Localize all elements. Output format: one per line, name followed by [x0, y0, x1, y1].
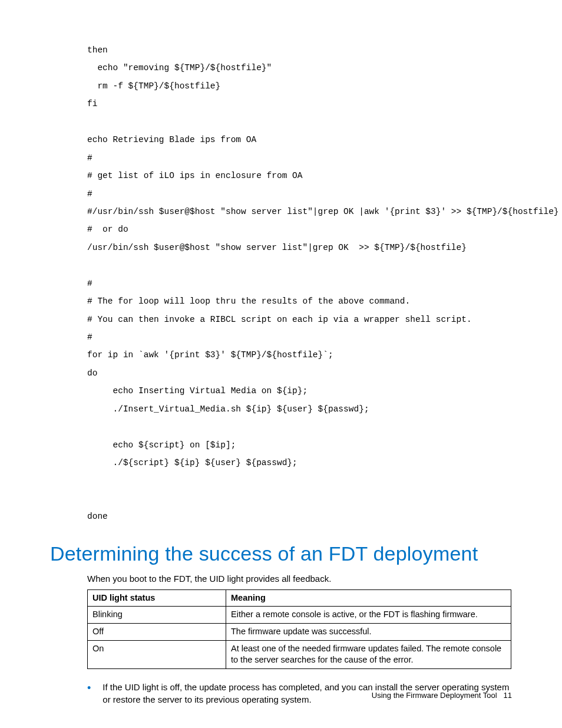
intro-paragraph: When you boot to the FDT, the UID light … — [87, 574, 512, 584]
section-heading: Determining the success of an FDT deploy… — [50, 542, 512, 565]
table-cell-status: Off — [88, 623, 226, 640]
table-header-row: UID light status Meaning — [88, 589, 511, 607]
table-cell-meaning: Either a remote console is active, or th… — [226, 607, 511, 624]
code-block: then echo "removing ${TMP}/${hostfile}" … — [87, 41, 512, 526]
footer-page-number: 11 — [504, 691, 512, 700]
table-row: OnAt least one of the needed firmware up… — [88, 640, 511, 668]
footer-section-title: Using the Firmware Deployment Tool — [372, 691, 497, 700]
table-cell-meaning: At least one of the needed firmware upda… — [226, 640, 511, 668]
table-row: BlinkingEither a remote console is activ… — [88, 607, 511, 624]
table-cell-status: On — [88, 640, 226, 668]
bullet-dot-icon: • — [87, 683, 91, 693]
page-footer: Using the Firmware Deployment Tool 11 — [372, 691, 512, 700]
uid-status-table: UID light status Meaning BlinkingEither … — [87, 589, 511, 669]
table-cell-status: Blinking — [88, 607, 226, 624]
table-header-status: UID light status — [88, 589, 226, 607]
table-cell-meaning: The firmware update was successful. — [226, 623, 511, 640]
table-row: OffThe firmware update was successful. — [88, 623, 511, 640]
table-header-meaning: Meaning — [226, 589, 511, 607]
